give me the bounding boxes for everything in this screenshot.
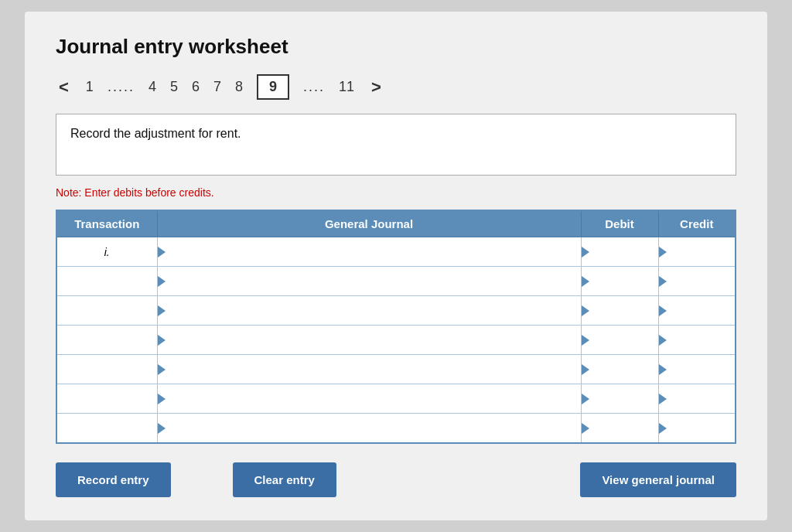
general-journal-input[interactable] — [158, 414, 581, 442]
credit-cell[interactable] — [658, 355, 736, 384]
transaction-cell — [56, 267, 157, 296]
page-11[interactable]: 11 — [339, 79, 354, 95]
credit-input[interactable] — [659, 237, 736, 266]
debit-cell[interactable] — [581, 414, 658, 443]
general-journal-cell[interactable] — [157, 355, 581, 384]
general-journal-cell[interactable] — [157, 237, 581, 267]
debit-cell[interactable] — [581, 267, 658, 296]
col-general-journal: General Journal — [157, 210, 581, 237]
debit-cell[interactable] — [581, 355, 658, 384]
transaction-cell — [56, 355, 157, 384]
transaction-cell — [56, 414, 157, 443]
general-journal-input[interactable] — [158, 326, 581, 354]
next-arrow[interactable]: > — [368, 77, 384, 97]
credit-input[interactable] — [659, 267, 736, 295]
transaction-cell — [56, 326, 157, 355]
credit-input[interactable] — [659, 414, 736, 442]
transaction-cell — [56, 296, 157, 326]
debit-input[interactable] — [582, 267, 658, 295]
debit-cell[interactable] — [581, 296, 658, 326]
credit-input[interactable] — [659, 326, 736, 354]
credit-cell[interactable] — [658, 237, 736, 267]
transaction-cell: i. — [56, 237, 157, 267]
table-row — [56, 326, 736, 355]
clear-entry-button[interactable]: Clear entry — [233, 462, 336, 497]
general-journal-input[interactable] — [158, 237, 581, 266]
page-8[interactable]: 8 — [235, 79, 243, 95]
general-journal-cell[interactable] — [157, 414, 581, 443]
dots-1: ..... — [108, 79, 135, 95]
col-credit: Credit — [658, 210, 736, 237]
debit-cell[interactable] — [581, 237, 658, 267]
debit-input[interactable] — [582, 237, 658, 266]
general-journal-input[interactable] — [158, 384, 581, 413]
table-row — [56, 296, 736, 326]
general-journal-cell[interactable] — [157, 267, 581, 296]
transaction-cell — [56, 384, 157, 414]
table-row — [56, 267, 736, 296]
note-text: Note: Enter debits before credits. — [56, 186, 736, 199]
debit-cell[interactable] — [581, 384, 658, 414]
general-journal-cell[interactable] — [157, 384, 581, 414]
debit-input[interactable] — [582, 414, 658, 442]
view-general-journal-button[interactable]: View general journal — [580, 462, 736, 497]
credit-cell[interactable] — [658, 414, 736, 443]
table-row — [56, 414, 736, 443]
table-row — [56, 384, 736, 414]
credit-input[interactable] — [659, 296, 736, 325]
dots-2: .... — [303, 79, 325, 95]
instruction-text: Record the adjustment for rent. — [70, 127, 241, 140]
instruction-box: Record the adjustment for rent. — [56, 114, 736, 176]
page-7[interactable]: 7 — [213, 79, 221, 95]
credit-input[interactable] — [659, 355, 736, 384]
table-row: i. — [56, 237, 736, 267]
page-4[interactable]: 4 — [148, 79, 156, 95]
col-debit: Debit — [581, 210, 658, 237]
general-journal-cell[interactable] — [157, 326, 581, 355]
credit-cell[interactable] — [658, 267, 736, 296]
general-journal-input[interactable] — [158, 296, 581, 325]
credit-cell[interactable] — [658, 384, 736, 414]
journal-table: Transaction General Journal Debit Credit… — [56, 210, 736, 444]
debit-input[interactable] — [582, 326, 658, 354]
page-6[interactable]: 6 — [192, 79, 200, 95]
prev-arrow[interactable]: < — [56, 77, 72, 97]
credit-cell[interactable] — [658, 296, 736, 326]
buttons-row: Record entry Clear entry View general jo… — [56, 462, 736, 497]
debit-input[interactable] — [582, 384, 658, 413]
debit-input[interactable] — [582, 355, 658, 384]
page-5[interactable]: 5 — [170, 79, 178, 95]
debit-cell[interactable] — [581, 326, 658, 355]
record-entry-button[interactable]: Record entry — [56, 462, 171, 497]
btn-group-left: Record entry Clear entry — [56, 462, 336, 497]
col-transaction: Transaction — [56, 210, 157, 237]
page-1[interactable]: 1 — [86, 79, 94, 95]
table-row — [56, 355, 736, 384]
general-journal-input[interactable] — [158, 355, 581, 384]
debit-input[interactable] — [582, 296, 658, 325]
page-9-active[interactable]: 9 — [257, 74, 289, 100]
credit-cell[interactable] — [658, 326, 736, 355]
main-container: Journal entry worksheet < 1 ..... 4 5 6 … — [25, 12, 767, 520]
page-title: Journal entry worksheet — [56, 35, 736, 59]
general-journal-cell[interactable] — [157, 296, 581, 326]
general-journal-input[interactable] — [158, 267, 581, 295]
credit-input[interactable] — [659, 384, 736, 413]
pagination: < 1 ..... 4 5 6 7 8 9 .... 11 > — [56, 74, 736, 100]
